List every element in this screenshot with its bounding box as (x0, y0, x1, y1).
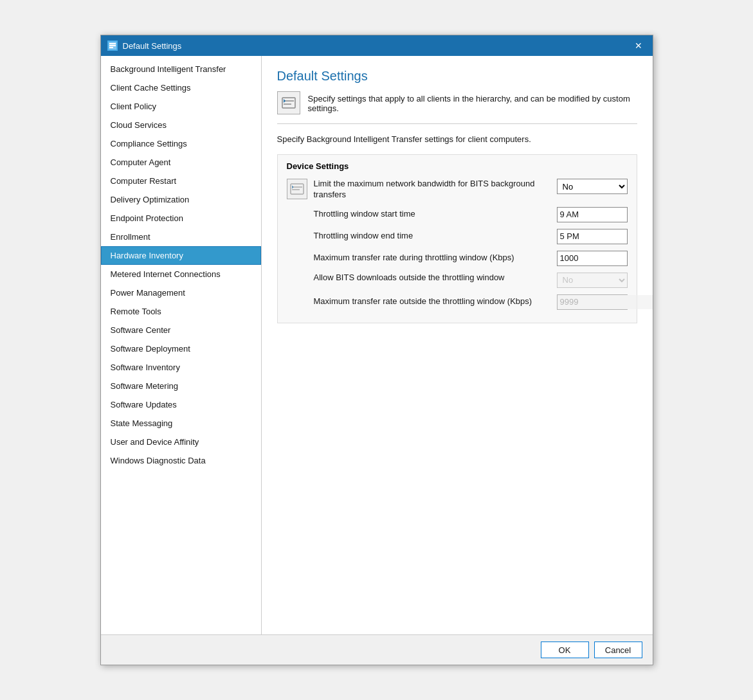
page-title: Default Settings (277, 69, 637, 84)
max-transfer-outside-label: Maximum transfer rate outside the thrott… (287, 296, 550, 307)
device-settings-title: Device Settings (287, 161, 628, 171)
max-transfer-during-spinner[interactable]: ▲ ▼ (557, 251, 628, 266)
max-transfer-during-control[interactable]: ▲ ▼ (557, 251, 628, 266)
sidebar-item-software-center[interactable]: Software Center (101, 321, 261, 339)
title-bar-left: Default Settings (107, 40, 182, 51)
throttling-end-label: Throttling window end time (287, 231, 550, 242)
sidebar-item-metered-internet-connections[interactable]: Metered Internet Connections (101, 265, 261, 283)
throttling-start-spinner[interactable]: ▲ ▼ (557, 207, 628, 222)
svg-rect-2 (109, 45, 116, 46)
sidebar-item-state-messaging[interactable]: State Messaging (101, 414, 261, 433)
throttling-end-control[interactable]: ▲ ▼ (557, 229, 628, 244)
limit-bandwidth-select[interactable]: No Yes (557, 179, 628, 194)
max-transfer-during-label: Maximum transfer rate during throttling … (287, 253, 550, 264)
throttling-start-label: Throttling window start time (287, 209, 550, 220)
sidebar-item-endpoint-protection[interactable]: Endpoint Protection (101, 209, 261, 228)
sidebar-item-client-policy[interactable]: Client Policy (101, 97, 261, 116)
sidebar-item-software-updates[interactable]: Software Updates (101, 395, 261, 414)
limit-bandwidth-label: Limit the maximum network bandwidth for … (314, 179, 550, 201)
max-transfer-outside-input (558, 295, 653, 309)
sidebar-item-enrollment[interactable]: Enrollment (101, 228, 261, 246)
sidebar: Background Intelligent TransferClient Ca… (101, 56, 262, 634)
settings-row-max-transfer-outside: Maximum transfer rate outside the thrott… (287, 294, 628, 310)
allow-bits-outside-control[interactable]: No Yes (557, 273, 628, 288)
allow-bits-outside-label: Allow BITS downloads outside the throttl… (287, 273, 550, 283)
sidebar-item-background-intelligent-transfer[interactable]: Background Intelligent Transfer (101, 60, 261, 78)
sidebar-item-hardware-inventory[interactable]: Hardware Inventory (101, 246, 261, 265)
title-bar-title: Default Settings (123, 41, 182, 51)
title-bar: Default Settings ✕ (101, 35, 653, 56)
settings-row-max-transfer-during: Maximum transfer rate during throttling … (287, 251, 628, 266)
dialog-footer: OK Cancel (101, 634, 653, 665)
close-button[interactable]: ✕ (631, 40, 646, 51)
allow-bits-outside-select: No Yes (557, 273, 628, 288)
throttling-start-input[interactable] (558, 208, 653, 222)
dialog-body: Background Intelligent TransferClient Ca… (101, 56, 653, 634)
sidebar-item-compliance-settings[interactable]: Compliance Settings (101, 134, 261, 153)
header-description: Specify settings that apply to all clien… (308, 94, 637, 113)
sidebar-item-software-deployment[interactable]: Software Deployment (101, 339, 261, 358)
settings-row-throttling-start: Throttling window start time ▲ ▼ (287, 207, 628, 222)
svg-rect-3 (109, 47, 113, 48)
sidebar-item-power-management[interactable]: Power Management (101, 283, 261, 302)
sidebar-item-delivery-optimization[interactable]: Delivery Optimization (101, 190, 261, 209)
sidebar-item-computer-agent[interactable]: Computer Agent (101, 153, 261, 172)
sidebar-item-remote-tools[interactable]: Remote Tools (101, 302, 261, 321)
sidebar-item-cloud-services[interactable]: Cloud Services (101, 116, 261, 134)
ok-button[interactable]: OK (541, 642, 589, 658)
svg-rect-4 (282, 98, 295, 108)
max-transfer-outside-spinner: ▲ ▼ (557, 294, 628, 310)
settings-row-limit-bandwidth: Limit the maximum network bandwidth for … (287, 179, 628, 201)
sidebar-item-software-inventory[interactable]: Software Inventory (101, 358, 261, 377)
device-settings-section: Device Settings Limit the maximum networ… (277, 154, 637, 323)
limit-bandwidth-control[interactable]: No Yes (557, 179, 628, 194)
section-intro: Specify Background Intelligent Transfer … (277, 134, 637, 144)
cancel-button[interactable]: Cancel (594, 642, 642, 658)
throttling-start-control[interactable]: ▲ ▼ (557, 207, 628, 222)
max-transfer-during-input[interactable] (558, 251, 653, 265)
max-transfer-outside-control: ▲ ▼ (557, 294, 628, 310)
svg-rect-1 (109, 43, 116, 44)
sidebar-item-computer-restart[interactable]: Computer Restart (101, 172, 261, 190)
settings-row-throttling-end: Throttling window end time ▲ ▼ (287, 229, 628, 244)
svg-rect-7 (291, 184, 304, 194)
sidebar-item-software-metering[interactable]: Software Metering (101, 377, 261, 395)
title-bar-app-icon (107, 40, 118, 51)
main-panel: Default Settings Specify settings that a… (262, 56, 653, 634)
sidebar-item-windows-diagnostic-data[interactable]: Windows Diagnostic Data (101, 451, 261, 470)
header-icon (277, 91, 300, 114)
dialog-window: Default Settings ✕ Background Intelligen… (100, 35, 653, 665)
main-header: Specify settings that apply to all clien… (277, 91, 637, 124)
settings-row-allow-bits-outside: Allow BITS downloads outside the throttl… (287, 273, 628, 288)
row-settings-icon (287, 179, 307, 199)
throttling-end-spinner[interactable]: ▲ ▼ (557, 229, 628, 244)
sidebar-item-client-cache-settings[interactable]: Client Cache Settings (101, 78, 261, 97)
throttling-end-input[interactable] (558, 229, 653, 244)
sidebar-item-user-and-device-affinity[interactable]: User and Device Affinity (101, 433, 261, 451)
